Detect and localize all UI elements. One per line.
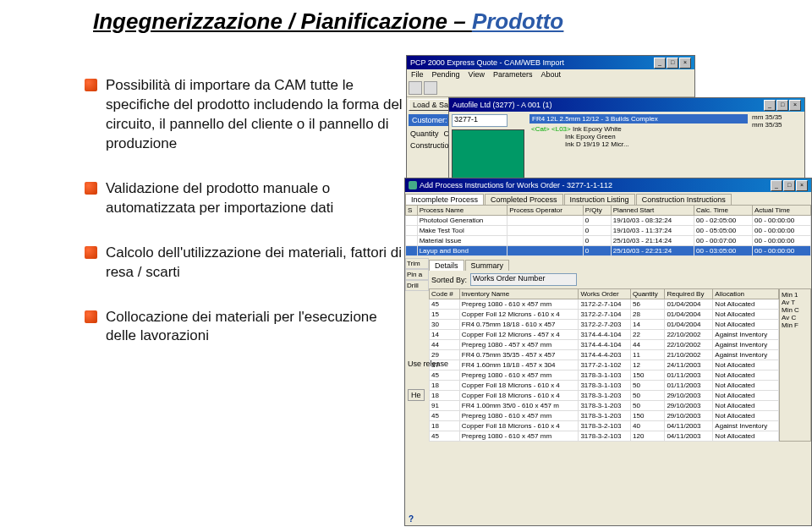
minimize-icon[interactable]: _: [771, 180, 782, 191]
table-row[interactable]: Phototool Generation019/10/03 - 08:32:24…: [406, 216, 811, 226]
table-row[interactable]: 91FR4 1.00mm 35/0 - 610 x 457 m3178-3-1-…: [430, 401, 779, 411]
bullet-text: Collocazione dei materiali per l'esecuzi…: [106, 308, 406, 347]
bullet-text: Possibilità di importare da CAM tutte le…: [106, 76, 406, 154]
titlebar[interactable]: PCP 2000 Express Quote - CAM/WEB Import …: [407, 56, 694, 69]
bullet-item: Validazione del prodotto manuale o autom…: [85, 179, 406, 218]
menu-parameters[interactable]: Parameters: [493, 70, 533, 79]
col-works-order[interactable]: Works Order: [579, 289, 631, 299]
col-actual-time[interactable]: Actual Time: [753, 206, 811, 216]
bullet-text: Validazione del prodotto manuale o autom…: [106, 179, 406, 218]
maximize-icon[interactable]: □: [783, 180, 795, 191]
titlebar-buttons: _ □ ×: [654, 58, 691, 69]
table-row[interactable]: 45Prepreg 1080 - 610 x 457 mm3172-2-7-10…: [430, 299, 779, 310]
col-quantity[interactable]: Quantity: [631, 289, 665, 299]
toolbar-icon[interactable]: [409, 81, 422, 95]
titlebar-buttons: _ □ ×: [771, 180, 808, 191]
part-number-input[interactable]: 3277-1: [452, 114, 508, 127]
minimize-icon[interactable]: _: [654, 58, 666, 69]
col-calc-time[interactable]: Calc. Time: [694, 206, 753, 216]
tab-completed[interactable]: Completed Process: [485, 194, 563, 205]
process-instructions-window: Add Process Instructions for Works Order…: [404, 178, 812, 526]
bullet-icon: [85, 246, 97, 259]
table-row[interactable]: 15Copper Foil 12 Microns - 610 x 43172-2…: [430, 310, 779, 320]
col-inventory-name[interactable]: Inventory Name: [459, 289, 579, 299]
right-label: Min F: [782, 321, 809, 329]
toolbar: [407, 80, 694, 97]
usage-fragment: Use release: [408, 360, 448, 368]
process-tabs: Incomplete Process Completed Process Ins…: [405, 194, 811, 205]
construction-label-2: Construction: [410, 141, 453, 150]
tab-instruction-listing[interactable]: Instruction Listing: [564, 194, 635, 205]
table-row[interactable]: Make Test Tool019/10/03 - 11:37:2400 - 0…: [406, 226, 811, 236]
bullet-item: Collocazione dei materiali per l'esecuzi…: [85, 308, 406, 347]
table-row[interactable]: 45Prepreg 1080 - 610 x 457 mm3178-3-2-10…: [430, 431, 779, 442]
bullet-icon: [85, 182, 97, 195]
menubar: File Pending View Parameters About: [407, 69, 694, 80]
close-icon[interactable]: ×: [679, 58, 691, 69]
toolbar-icon[interactable]: [424, 81, 437, 95]
mm-value-1: mm 35/35: [752, 113, 803, 121]
pin-row[interactable]: Pin a: [405, 269, 429, 280]
menu-view[interactable]: View: [469, 70, 485, 79]
app-icon: [409, 181, 417, 189]
mm-value-2: mm 35/35: [752, 121, 803, 129]
menu-file[interactable]: File: [411, 70, 424, 79]
right-label: Av C: [782, 314, 809, 321]
maximize-icon[interactable]: □: [667, 58, 678, 69]
col-allocation[interactable]: Allocation: [713, 289, 779, 299]
bullet-list: Possibilità di importare da CAM tutte le…: [85, 76, 406, 371]
detail-tabs: Details Summary: [429, 260, 811, 271]
table-row[interactable]: 45Prepreg 1080 - 610 x 457 mm3178-3-1-20…: [430, 411, 779, 421]
tab-summary[interactable]: Summary: [465, 260, 510, 271]
table-row[interactable]: 44Prepreg 1080 - 457 x 457 mm3174-4-4-10…: [430, 340, 779, 350]
bullet-icon: [85, 79, 97, 91]
col-pqty[interactable]: P/Qty: [583, 206, 611, 216]
tab-incomplete[interactable]: Incomplete Process: [405, 194, 484, 205]
title-part-2: Prodotto: [472, 8, 563, 34]
table-row[interactable]: 14Copper Foil 12 Microns - 457 x 43174-4…: [430, 330, 779, 340]
bullet-item: Calcolo dell'utilizzazione dei materiali…: [85, 244, 406, 283]
table-row[interactable]: 18Copper Foil 18 Microns - 610 x 43178-3…: [430, 381, 779, 391]
table-header-row: Code # Inventory Name Works Order Quanti…: [430, 289, 779, 299]
title-part-1: Ingegnerizzazione / Pianificazione –: [93, 8, 472, 34]
right-label: Av T: [782, 299, 809, 306]
details-table[interactable]: Code # Inventory Name Works Order Quanti…: [429, 288, 779, 442]
titlebar[interactable]: Add Process Instructions for Works Order…: [405, 178, 811, 192]
close-icon[interactable]: ×: [789, 100, 801, 111]
customer-label: Customer:: [412, 116, 447, 124]
help-icon[interactable]: ?: [409, 514, 414, 524]
table-row[interactable]: 37FR4 1.60mm 18/18 - 457 x 3043177-2-1-1…: [430, 360, 779, 371]
col-s[interactable]: S: [406, 206, 418, 216]
col-planned-start[interactable]: Planned Start: [611, 206, 694, 216]
table-row[interactable]: Material Issue025/10/03 - 21:14:2400 - 0…: [406, 236, 811, 246]
menu-pending[interactable]: Pending: [432, 70, 460, 79]
table-row[interactable]: 18Copper Foil 18 Microns - 610 x 43178-3…: [430, 421, 779, 431]
drill-row[interactable]: Drill: [405, 280, 429, 291]
help-fragment[interactable]: He: [408, 389, 425, 401]
table-row[interactable]: 29FR4 0.75mm 35/35 - 457 x 4573174-4-4-2…: [430, 350, 779, 360]
col-required-by[interactable]: Required By: [665, 289, 713, 299]
table-row[interactable]: 30FR4 0.75mm 18/18 - 610 x 4573172-2-7-2…: [430, 320, 779, 330]
close-icon[interactable]: ×: [796, 180, 808, 191]
trim-row[interactable]: Trim: [405, 258, 429, 269]
menu-about[interactable]: About: [540, 70, 561, 79]
bullet-text: Calcolo dell'utilizzazione dei materiali…: [106, 244, 406, 283]
maximize-icon[interactable]: □: [776, 100, 788, 111]
titlebar[interactable]: Autofile Ltd (3277) - A 001 (1) _ □ ×: [449, 98, 804, 112]
ink-micr: Ink D 19/19 12 Micr...: [565, 140, 629, 148]
right-label: Min 1: [782, 291, 809, 299]
tab-construction[interactable]: Construction Instructions: [636, 194, 732, 205]
minimize-icon[interactable]: _: [764, 100, 776, 111]
col-code[interactable]: Code #: [430, 289, 460, 299]
sorted-by-label: Sorted By:: [431, 276, 467, 284]
window-title: Autofile Ltd (3277) - A 001 (1): [453, 101, 552, 109]
table-row-selected[interactable]: Layup and Bond025/10/03 - 22:21:2400 - 0…: [406, 246, 811, 256]
process-table[interactable]: S Process Name Process Operator P/Qty Pl…: [405, 205, 811, 256]
table-row[interactable]: 45Prepreg 1080 - 610 x 457 mm3178-3-1-10…: [430, 371, 779, 381]
bullet-item: Possibilità di importare da CAM tutte le…: [85, 76, 406, 154]
tab-details[interactable]: Details: [429, 260, 464, 271]
table-row[interactable]: 18Copper Foil 18 Microns - 610 x 43178-3…: [430, 391, 779, 401]
col-operator[interactable]: Process Operator: [508, 206, 583, 216]
sorted-by-select[interactable]: Works Order Number: [470, 273, 577, 286]
col-process-name[interactable]: Process Name: [417, 206, 508, 216]
